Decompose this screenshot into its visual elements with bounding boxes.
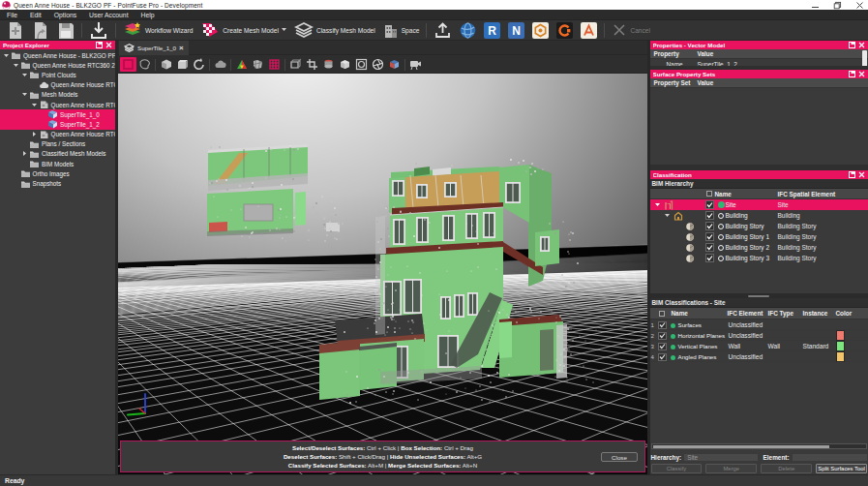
tree-item[interactable]: Mesh Models bbox=[0, 90, 115, 100]
open-project-button[interactable] bbox=[28, 20, 53, 41]
lasso-select-button[interactable] bbox=[136, 57, 153, 72]
restore-icon[interactable] bbox=[833, 1, 842, 10]
checkbox[interactable] bbox=[705, 254, 714, 262]
tree-item[interactable]: Queen Anne House RTC3... bbox=[0, 130, 115, 139]
classification-row[interactable]: 3Vertical PlanesWallWallStandard bbox=[650, 341, 868, 351]
float-panel-icon[interactable] bbox=[849, 171, 855, 178]
color-swatch[interactable] bbox=[836, 341, 845, 351]
close-panel-icon[interactable] bbox=[858, 171, 865, 178]
checkbox[interactable] bbox=[658, 343, 667, 350]
revit-export-button[interactable]: R bbox=[480, 20, 504, 41]
hierarchy-row[interactable]: Building StoryBuilding Story bbox=[650, 221, 868, 231]
new-project-button[interactable] bbox=[3, 20, 28, 41]
viewport-3d[interactable]: Select/Deselect Surfaces: Ctrl + Click |… bbox=[118, 74, 647, 474]
tree-item[interactable]: SuperTile_1_2 bbox=[0, 119, 115, 129]
header-checkbox[interactable] bbox=[706, 191, 712, 197]
expand-arrow-icon[interactable] bbox=[31, 102, 38, 108]
upload-button[interactable] bbox=[430, 20, 456, 41]
point-cloud-button[interactable] bbox=[212, 57, 228, 72]
property-row[interactable]: Name SuperTile_1_2 bbox=[650, 59, 868, 66]
float-panel-icon[interactable] bbox=[849, 42, 855, 48]
close-panel-icon[interactable] bbox=[858, 42, 865, 48]
element-field-input[interactable] bbox=[792, 453, 868, 462]
merge-button[interactable]: Merge bbox=[705, 464, 757, 473]
tree-item[interactable]: Snapshots bbox=[0, 178, 115, 188]
menu-item-help[interactable]: Help bbox=[141, 12, 155, 18]
checkbox[interactable] bbox=[658, 321, 667, 329]
classification-row[interactable]: 2Horizontal PlanesUnclassified bbox=[650, 330, 868, 341]
bim360-export-button[interactable] bbox=[528, 20, 553, 41]
tab-close-icon[interactable]: × bbox=[179, 46, 184, 51]
tree-item[interactable]: BIM Models bbox=[0, 159, 115, 168]
menu-item-user-account[interactable]: User Account bbox=[89, 12, 128, 18]
restore-button[interactable] bbox=[833, 1, 842, 10]
bounding-box-button[interactable] bbox=[287, 57, 304, 72]
tree-item[interactable]: Point Clouds bbox=[0, 70, 115, 79]
expand-arrow-icon[interactable] bbox=[21, 72, 28, 78]
classify-mesh-model-button[interactable]: Classify Mesh Model bbox=[290, 20, 379, 41]
checkbox[interactable] bbox=[658, 353, 667, 361]
tree-item[interactable]: SuperTile_1_0 bbox=[0, 109, 115, 119]
tree-item[interactable]: Ortho Images bbox=[0, 168, 115, 178]
properties-scrollbar[interactable] bbox=[862, 50, 867, 66]
minimize-button[interactable] bbox=[811, 1, 820, 10]
expand-arrow-icon[interactable] bbox=[13, 62, 19, 69]
select-rectangle-button[interactable] bbox=[120, 57, 136, 72]
tree-item[interactable]: Classified Mesh Models bbox=[0, 149, 115, 159]
ortho-view-button[interactable] bbox=[353, 57, 370, 72]
tree-item[interactable]: Queen Anne House - BLK2GO PF bbox=[0, 50, 115, 60]
hierarchy-row[interactable]: Building Story 1Building Story bbox=[650, 231, 868, 242]
tree-item[interactable]: Plans / Sections bbox=[0, 139, 115, 149]
tree-item[interactable]: Queen Anne House RTC3... bbox=[0, 80, 115, 90]
space-button[interactable]: Space bbox=[379, 20, 424, 41]
expand-arrow-icon[interactable] bbox=[21, 91, 28, 98]
scrollbar-thumb[interactable] bbox=[653, 445, 829, 449]
create-mesh-model-button[interactable]: Create Mesh Model bbox=[196, 20, 290, 41]
mesh-color-button[interactable] bbox=[233, 57, 250, 72]
float-panel-icon[interactable] bbox=[96, 42, 103, 48]
cube-view-button[interactable] bbox=[337, 57, 353, 72]
color-swatch[interactable] bbox=[836, 330, 845, 341]
delete-button[interactable]: Delete bbox=[761, 464, 812, 473]
menu-item-file[interactable]: File bbox=[7, 12, 17, 18]
hierarchy-row[interactable]: SiteSite bbox=[650, 199, 868, 210]
horizontal-scrollbar[interactable] bbox=[651, 443, 867, 449]
checkbox[interactable] bbox=[658, 332, 667, 340]
expand-arrow-icon[interactable] bbox=[654, 201, 661, 208]
import-button[interactable] bbox=[85, 20, 112, 41]
hierarchy-field-input[interactable]: Site bbox=[683, 453, 758, 462]
cancel-button[interactable]: Cancel bbox=[608, 20, 654, 41]
close-panel-icon[interactable] bbox=[105, 42, 112, 48]
expand-arrow-icon[interactable] bbox=[3, 52, 10, 59]
mesh-texture-button[interactable] bbox=[250, 57, 266, 72]
hierarchy-row[interactable]: Building Story 3Building Story bbox=[650, 253, 868, 263]
checkbox[interactable] bbox=[705, 211, 714, 220]
tab-supertile[interactable]: SuperTile_1_0 × bbox=[119, 41, 189, 55]
slice-button[interactable] bbox=[320, 57, 337, 72]
checkbox[interactable] bbox=[705, 243, 714, 252]
rotate-view-button[interactable] bbox=[191, 57, 207, 72]
open-box-view-button[interactable] bbox=[174, 57, 191, 72]
snapshot-button[interactable] bbox=[407, 57, 424, 72]
navisworks-export-button[interactable]: N bbox=[504, 20, 528, 41]
minimize-icon[interactable] bbox=[811, 1, 820, 10]
wireframe-button[interactable] bbox=[266, 57, 283, 72]
aperture-button[interactable] bbox=[370, 57, 386, 72]
classify-button[interactable]: Classify bbox=[651, 464, 703, 473]
crop-button[interactable] bbox=[304, 57, 320, 72]
close-button[interactable] bbox=[855, 1, 864, 10]
avvir-export-button[interactable] bbox=[577, 20, 601, 41]
cintoo-export-button[interactable] bbox=[553, 20, 577, 41]
hierarchy-row[interactable]: BuildingBuilding bbox=[650, 210, 868, 221]
classification-row[interactable]: 4Angled PlanesUnclassified bbox=[650, 351, 868, 362]
panel-splitter[interactable] bbox=[650, 293, 868, 298]
color-swatch[interactable] bbox=[836, 351, 845, 362]
save-project-button[interactable] bbox=[53, 20, 78, 41]
close-icon[interactable] bbox=[855, 1, 864, 10]
header-checkbox[interactable] bbox=[659, 311, 665, 317]
split-surfaces-tool-button[interactable]: Split Surfaces Tool bbox=[816, 464, 867, 473]
menu-item-edit[interactable]: Edit bbox=[30, 12, 42, 18]
collapse-arrow-icon[interactable] bbox=[31, 131, 38, 137]
float-panel-icon[interactable] bbox=[849, 71, 855, 77]
collapse-arrow-icon[interactable] bbox=[21, 150, 28, 157]
